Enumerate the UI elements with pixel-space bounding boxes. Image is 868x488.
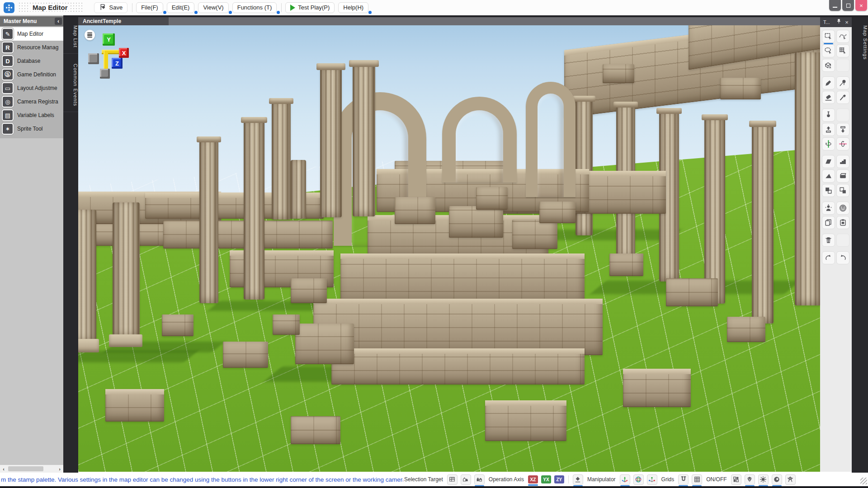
viewport-menu-icon[interactable] [85, 30, 95, 40]
undo-button[interactable] [836, 251, 849, 264]
scene-stone-block [241, 117, 267, 123]
stamp-front-button[interactable] [822, 184, 835, 197]
close-button[interactable]: × [855, 0, 867, 11]
scene-stone-block [476, 187, 508, 210]
axis-yx-button[interactable]: YX [541, 475, 551, 483]
ramp-tool-button[interactable] [822, 169, 835, 183]
menu-help[interactable]: Help(H) [338, 2, 368, 13]
tab-ancient-temple[interactable]: AncientTemple [78, 17, 169, 25]
tab-map-list[interactable]: Map List [63, 17, 78, 54]
sidebar-item-variable-labels[interactable]: ▤Variable Labels [0, 108, 63, 122]
copy-button[interactable] [822, 216, 835, 229]
pin-icon[interactable] [836, 18, 842, 26]
gizmo-axis-x[interactable]: X [119, 48, 129, 58]
maximize-button[interactable] [842, 0, 854, 11]
effects-toggle-button[interactable] [772, 474, 782, 485]
path-select-button[interactable] [836, 30, 849, 43]
menu-file[interactable]: File(F) [136, 2, 163, 13]
selection-object-button[interactable] [461, 474, 471, 485]
stamp-tool-button[interactable] [573, 474, 583, 485]
sidebar-item-sprite-tool[interactable]: ✶Sprite Tool [0, 122, 63, 136]
raise-terrain-button[interactable] [822, 123, 835, 136]
rotate-vertical-button[interactable] [822, 137, 835, 150]
minimize-button[interactable] [829, 0, 841, 11]
scale-manipulator-button[interactable] [647, 474, 657, 485]
menu-edit[interactable]: Edit(E) [167, 2, 195, 13]
status-message: m the stamp palette. Various settings in… [0, 476, 403, 483]
event-tool-button[interactable] [822, 202, 835, 215]
sidebar-item-database[interactable]: DDatabase [0, 54, 63, 68]
shovel-tool-button[interactable] [822, 108, 835, 122]
paste-button[interactable] [836, 216, 849, 229]
grid-display-button[interactable] [692, 474, 702, 485]
tab-map-settings[interactable]: Map Settings [852, 17, 868, 65]
delete-icon [824, 236, 833, 244]
scroll-left-icon[interactable]: ‹ [0, 466, 7, 472]
translate-manipulator-button[interactable] [620, 474, 630, 485]
scrollbar-thumb[interactable] [8, 466, 43, 471]
slope-tool-button[interactable] [822, 155, 835, 168]
axis-xz-button[interactable]: XZ [528, 475, 538, 483]
eyedropper-tool-icon [839, 93, 847, 102]
terrain-display-button[interactable] [745, 474, 755, 485]
stamp-behind-button[interactable] [836, 184, 849, 197]
sidebar-item-camera-registra[interactable]: ◎Camera Registra [0, 95, 63, 108]
sidebar-hscrollbar[interactable]: ‹ › [0, 465, 63, 473]
resize-grip[interactable] [860, 478, 867, 484]
eyedropper-tool-button[interactable] [836, 91, 849, 104]
scroll-right-icon[interactable]: › [56, 466, 63, 472]
title-drag-grip[interactable]: Map Editor [18, 2, 82, 14]
lighting-toggle-button[interactable] [758, 474, 769, 485]
selection-stamp-button[interactable] [447, 474, 458, 485]
gizmo-cube-gray[interactable] [88, 53, 99, 64]
box-select-button[interactable] [822, 59, 835, 72]
orientation-gizmo[interactable]: Y X Z [82, 27, 150, 95]
gizmo-cube-gray[interactable] [100, 69, 110, 79]
sidebar-item-layout-adjustme[interactable]: ▭Layout Adjustme [0, 81, 63, 95]
scene-column [353, 65, 375, 216]
grid-select-button[interactable] [836, 44, 849, 57]
character-display-button[interactable] [785, 474, 796, 485]
status-controls: Selection TargetOperation AxisXZYXZYMani… [403, 474, 796, 485]
scale-manipulator-icon [648, 476, 656, 483]
snap-magnet-button[interactable] [678, 474, 689, 485]
marquee-select-button[interactable] [822, 30, 835, 43]
lower-terrain-button[interactable] [836, 123, 849, 136]
stairs-tool-button[interactable] [836, 155, 849, 168]
rotate-manipulator-button[interactable] [633, 474, 644, 485]
sidebar-item-map-editor[interactable]: ✎Map Editor [0, 27, 63, 41]
axis-zy-button[interactable]: ZY [554, 475, 564, 483]
left-dock-strip: Map List Common Events [63, 15, 78, 473]
rotate-horizontal-button[interactable] [836, 137, 849, 150]
viewport-canvas[interactable]: Y X Z [78, 25, 820, 472]
delete-button[interactable] [822, 234, 835, 247]
panels-toggle-button[interactable] [731, 474, 741, 485]
test-play-button[interactable]: Test Play(P) [285, 2, 335, 13]
collapse-sidebar-button[interactable]: ‹ [55, 18, 62, 25]
pen-tool-button[interactable] [822, 76, 835, 89]
currency-tool-button[interactable] [836, 202, 849, 215]
scene-stone-block [223, 342, 268, 368]
sidebar-item-resource-manag[interactable]: RResource Manag [0, 41, 63, 54]
menu-functions[interactable]: Functions (T) [232, 2, 277, 13]
separator [568, 475, 569, 483]
close-panel-icon[interactable]: × [844, 19, 850, 26]
lasso-select-button[interactable] [822, 44, 835, 57]
save-button[interactable]: Save [94, 2, 128, 13]
terrain-display-icon [746, 476, 753, 483]
effects-toggle-icon [773, 476, 780, 483]
menu-view[interactable]: View(V) [198, 2, 228, 13]
scrollbar-track[interactable] [7, 466, 56, 472]
eraser-tool-button[interactable] [822, 91, 835, 104]
gizmo-axis-y[interactable]: Y [103, 33, 115, 46]
translate-manipulator-icon [621, 476, 628, 483]
tab-common-events[interactable]: Common Events [63, 56, 78, 112]
on-off-label: ON/OFF [706, 476, 726, 483]
sidebar-item-game-definition[interactable]: ⓈGame Definition [0, 68, 63, 81]
title-bar: Map Editor Save File(F) Edit(E) View(V) … [0, 0, 868, 15]
block-tool-button[interactable] [836, 169, 849, 183]
selection-terrain-object-button[interactable] [474, 474, 485, 485]
gizmo-axis-z[interactable]: Z [112, 58, 123, 69]
redo-button[interactable] [822, 251, 835, 264]
ink-tool-button[interactable] [836, 76, 849, 89]
